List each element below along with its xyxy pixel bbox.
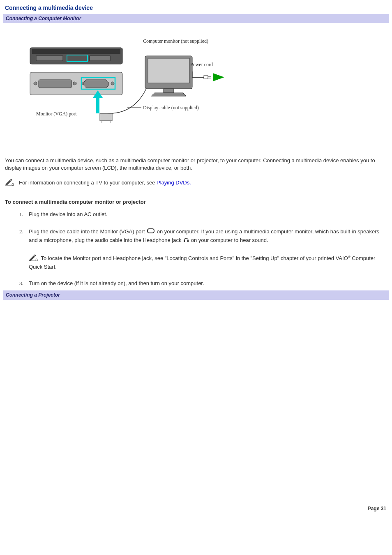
svg-rect-4	[36, 56, 63, 61]
step-1: Plug the device into an AC outlet.	[25, 211, 387, 218]
svg-point-8	[73, 82, 76, 85]
vga-port-icon	[146, 228, 155, 236]
svg-rect-14	[148, 58, 189, 83]
step-2: Plug the device cable into the Monitor (…	[25, 228, 387, 271]
section-header-projector: Connecting a Projector	[3, 290, 389, 300]
svg-rect-7	[39, 80, 71, 88]
playing-dvds-link[interactable]: Playing DVDs.	[157, 180, 191, 186]
svg-marker-21	[213, 73, 224, 81]
diagram-label-power: Power cord	[190, 62, 213, 67]
intro-paragraph: You can connect a multimedia device, suc…	[5, 157, 387, 172]
note-text: For information on connecting a TV to yo…	[19, 180, 157, 186]
svg-rect-22	[100, 113, 112, 121]
svg-rect-15	[164, 89, 174, 93]
section-header-monitor: Connecting a Computer Monitor	[3, 14, 389, 23]
svg-rect-1	[32, 49, 120, 54]
steps-list: Plug the device into an AC outlet. Plug …	[5, 211, 387, 287]
svg-rect-30	[187, 240, 189, 242]
svg-point-10	[111, 82, 114, 85]
diagram-label-monitor: Computer monitor (not supplied)	[143, 38, 208, 44]
note-pencil-icon	[29, 254, 39, 263]
diagram-label-display-cable: Display cable (not supplied)	[143, 105, 199, 111]
svg-rect-29	[184, 240, 185, 242]
svg-rect-28	[148, 229, 154, 233]
svg-rect-18	[204, 76, 208, 79]
connection-diagram: Computer monitor (not supplied) Power co…	[20, 35, 389, 132]
subheading-connect: To connect a multimedia computer monitor…	[5, 198, 387, 206]
diagram-label-vga: Monitor (VGA) port	[36, 111, 77, 117]
note-dvd: For information on connecting a TV to yo…	[5, 178, 387, 188]
note-pencil-icon	[5, 178, 15, 188]
page-title: Connecting a multimedia device	[5, 4, 389, 12]
page-number: Page 31	[3, 505, 386, 512]
svg-point-6	[34, 82, 37, 85]
step-3: Turn on the device (if it is not already…	[25, 280, 387, 287]
headphone-jack-icon	[183, 236, 189, 245]
svg-rect-3	[90, 56, 110, 61]
